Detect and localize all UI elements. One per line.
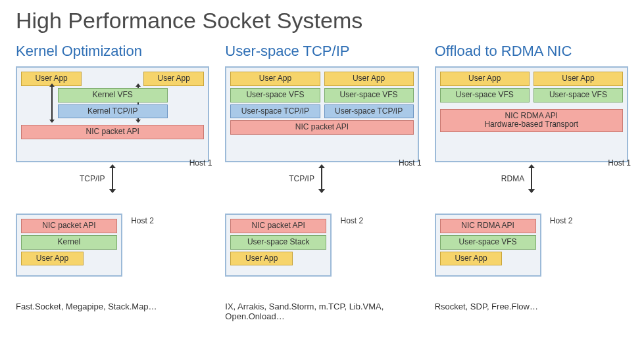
nic-rdma-box: NIC RDMA API Hardware-based Transport xyxy=(440,109,623,133)
network-link: RDMA Host 1 xyxy=(435,168,628,190)
host-label: Host 2 xyxy=(550,216,573,225)
col-kernel-opt: Kernel Optimization User App User App Ke… xyxy=(16,43,209,321)
userspace-vfs-box: User-space VFS xyxy=(230,88,320,102)
examples-text: Rsocket, SDP, Free.Flow… xyxy=(435,302,628,311)
network-link: TCP/IP Host 1 xyxy=(16,168,209,190)
user-app-box: User App xyxy=(440,72,530,86)
userspace-vfs-box: User-space VFS xyxy=(533,88,623,102)
nic-rdma-api-box: NIC RDMA API xyxy=(440,219,536,233)
userspace-vfs-box: User-space VFS xyxy=(324,88,414,102)
host1-box: User App User App User-space VFS User-sp… xyxy=(225,66,418,162)
host-label: Host 2 xyxy=(341,216,364,225)
col-heading: Offload to RDMA NIC xyxy=(435,43,628,60)
user-app-box: User App xyxy=(143,72,204,86)
examples-text: Fast.Socket, Megapipe, Stack.Map… xyxy=(16,302,209,311)
nic-packet-api-box: NIC packet API xyxy=(230,219,326,233)
columns-wrap: Kernel Optimization User App User App Ke… xyxy=(16,43,628,321)
arrow-icon xyxy=(531,168,532,190)
nic-packet-api-box: NIC packet API xyxy=(21,125,204,139)
col-rdma-offload: Offload to RDMA NIC User App User App Us… xyxy=(435,43,628,321)
userspace-stack-box: User-space Stack xyxy=(230,235,326,250)
userspace-tcpip-box: User-space TCP/IP xyxy=(230,104,320,119)
col-heading: User-space TCP/IP xyxy=(225,43,418,60)
host2-box: Host 2 NIC packet API User-space Stack U… xyxy=(225,214,332,277)
user-app-box: User App xyxy=(230,252,293,266)
userspace-vfs-box: User-space VFS xyxy=(440,235,536,250)
host1-box: User App User App User-space VFS User-sp… xyxy=(435,66,628,162)
hardware-transport-line: Hardware-based Transport xyxy=(443,120,620,129)
kernel-tcpip-box: Kernel TCP/IP xyxy=(58,104,168,119)
nic-packet-api-box: NIC packet API xyxy=(21,219,117,233)
host-label: Host 1 xyxy=(399,158,422,168)
user-app-box: User App xyxy=(230,72,320,86)
nic-rdma-api-line: NIC RDMA API xyxy=(443,112,620,121)
nic-packet-api-box: NIC packet API xyxy=(230,120,413,135)
host1-box: User App User App Kernel VFS Kernel TCP/… xyxy=(16,66,209,162)
user-app-box: User App xyxy=(440,252,503,266)
arrow-icon xyxy=(112,168,113,190)
page-title: High Performance Socket Systems xyxy=(16,8,628,34)
link-label: RDMA xyxy=(501,174,524,183)
user-app-box: User App xyxy=(533,72,623,86)
link-label: TCP/IP xyxy=(80,174,105,183)
kernel-box: Kernel xyxy=(21,235,117,250)
link-label: TCP/IP xyxy=(289,174,314,183)
host-label: Host 2 xyxy=(131,216,154,225)
host-label: Host 1 xyxy=(189,158,212,168)
arrow-icon xyxy=(321,168,322,190)
col-userspace-tcpip: User-space TCP/IP User App User App User… xyxy=(225,43,418,321)
user-app-box: User App xyxy=(324,72,414,86)
network-link: TCP/IP Host 1 xyxy=(225,168,418,190)
user-app-box: User App xyxy=(21,252,84,266)
userspace-vfs-box: User-space VFS xyxy=(440,88,530,102)
host2-box: Host 2 NIC packet API Kernel User App xyxy=(16,214,122,277)
host-label: Host 1 xyxy=(608,158,631,168)
col-heading: Kernel Optimization xyxy=(16,43,209,60)
host2-box: Host 2 NIC RDMA API User-space VFS User … xyxy=(435,214,541,277)
examples-text: IX, Arrakis, Sand.Storm, m.TCP, Lib.VMA,… xyxy=(225,302,418,321)
userspace-tcpip-box: User-space TCP/IP xyxy=(324,104,414,119)
kernel-vfs-box: Kernel VFS xyxy=(58,88,168,102)
